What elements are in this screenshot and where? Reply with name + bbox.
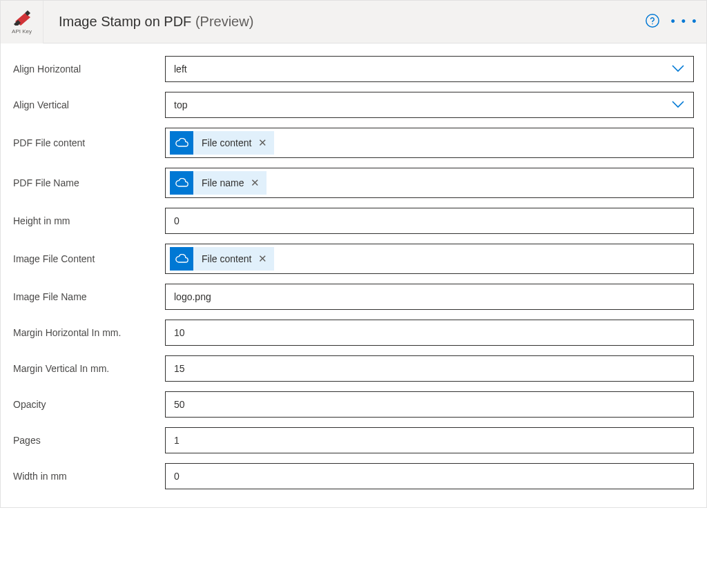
row-img-name: Image File Name [13,284,694,310]
label-margin-h: Margin Horizontal In mm. [13,326,165,339]
label-margin-v: Margin Vertical In mm. [13,362,165,375]
title-suffix: (Preview) [195,14,253,29]
label-width-mm: Width in mm [13,470,165,482]
input-pdf-name[interactable]: File name ✕ [165,168,694,198]
input-pdf-content[interactable]: File content ✕ [165,128,694,158]
input-margin-h[interactable] [165,320,694,346]
select-align-horizontal[interactable]: left [165,56,694,82]
token-img-content[interactable]: File content ✕ [170,247,274,271]
input-width-mm[interactable] [165,463,694,489]
token-remove-button[interactable]: ✕ [258,253,267,265]
row-margin-v: Margin Vertical In mm. [13,355,694,382]
chevron-down-icon [671,99,685,111]
label-pdf-content: PDF File content [13,137,165,149]
cloud-icon [170,171,193,195]
input-pages[interactable] [165,427,694,453]
input-margin-v[interactable] [165,355,694,382]
row-img-content: Image File Content File content ✕ [13,244,694,274]
label-align-vertical: Align Vertical [13,99,165,111]
connector-icon-box: API Key [1,1,43,43]
label-pdf-name: PDF File Name [13,177,165,189]
ellipsis-icon: • • • [671,14,698,29]
select-align-vertical-value: top [174,99,671,110]
more-button[interactable]: • • • [670,11,698,33]
row-pages: Pages [13,427,694,453]
token-img-content-label: File content [202,253,251,264]
row-opacity: Opacity [13,391,694,418]
token-remove-button[interactable]: ✕ [258,137,267,149]
help-icon [645,13,660,30]
row-align-vertical: Align Vertical top [13,92,694,118]
row-width-mm: Width in mm [13,463,694,489]
label-pages: Pages [13,434,165,447]
help-button[interactable] [641,11,664,33]
token-pdf-content[interactable]: File content ✕ [170,131,274,155]
svg-point-4 [652,23,653,25]
label-height-mm: Height in mm [13,215,165,227]
title-main: Image Stamp on PDF [59,14,191,29]
token-pdf-name-label: File name [202,177,244,188]
label-align-horizontal: Align Horizontal [13,63,165,75]
token-remove-button[interactable]: ✕ [251,177,260,189]
action-card: API Key Image Stamp on PDF (Preview) • •… [0,0,707,508]
row-height-mm: Height in mm [13,208,694,234]
cloud-icon [170,131,193,155]
chevron-down-icon [671,63,685,75]
token-pdf-content-label: File content [202,137,251,148]
stamp-icon [12,9,32,28]
row-align-horizontal: Align Horizontal left [13,56,694,82]
input-img-content[interactable]: File content ✕ [165,244,694,274]
select-align-vertical[interactable]: top [165,92,694,118]
row-pdf-name: PDF File Name File name ✕ [13,168,694,198]
label-opacity: Opacity [13,398,165,411]
select-align-horizontal-value: left [174,63,671,75]
input-height-mm[interactable] [165,208,694,234]
label-img-content: Image File Content [13,253,165,265]
token-pdf-name[interactable]: File name ✕ [170,171,267,195]
card-body: Align Horizontal left Align Vertical top [1,43,706,507]
input-opacity[interactable] [165,391,694,418]
input-img-name[interactable] [165,284,694,310]
card-title: Image Stamp on PDF (Preview) [59,14,253,30]
cloud-icon [170,247,193,271]
card-header: API Key Image Stamp on PDF (Preview) • •… [1,1,706,43]
row-pdf-content: PDF File content File content ✕ [13,128,694,158]
label-img-name: Image File Name [13,291,165,303]
connector-icon-caption: API Key [12,28,32,35]
row-margin-h: Margin Horizontal In mm. [13,320,694,346]
